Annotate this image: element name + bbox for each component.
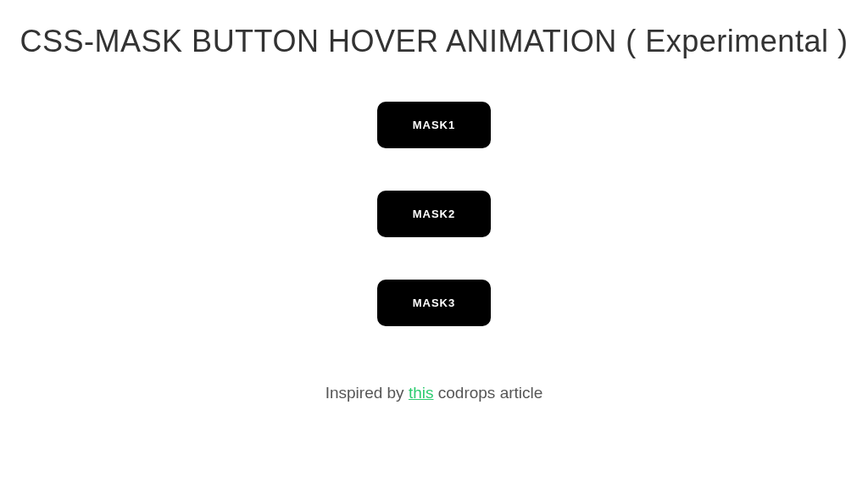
footer-suffix: codrops article: [433, 384, 542, 402]
mask1-button[interactable]: MASK1: [377, 102, 492, 148]
mask2-button[interactable]: MASK2: [377, 191, 492, 237]
button-container: MASK1 MASK2 MASK3: [377, 102, 492, 326]
footer-prefix: Inspired by: [326, 384, 409, 402]
mask3-button[interactable]: MASK3: [377, 280, 492, 326]
page-title: CSS-MASK BUTTON HOVER ANIMATION ( Experi…: [20, 24, 849, 59]
codrops-link[interactable]: this: [409, 384, 434, 402]
footer-text: Inspired by this codrops article: [326, 384, 543, 402]
